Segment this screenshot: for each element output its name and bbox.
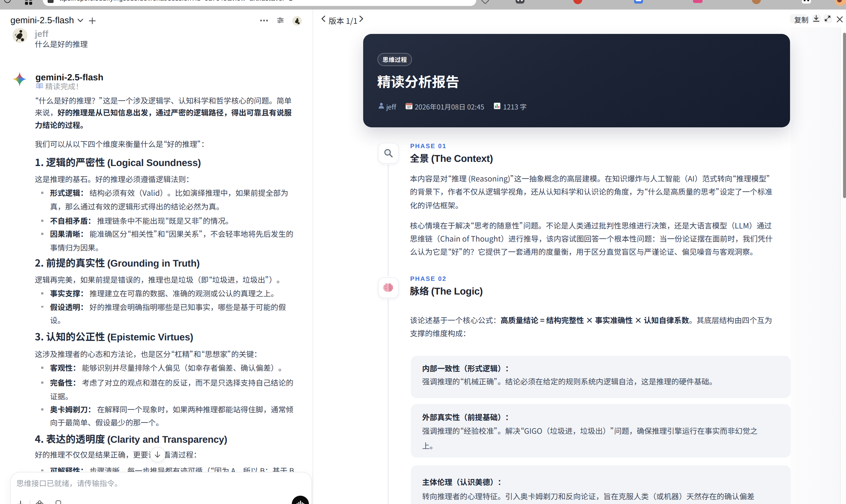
svg-text:17: 17	[407, 106, 410, 109]
